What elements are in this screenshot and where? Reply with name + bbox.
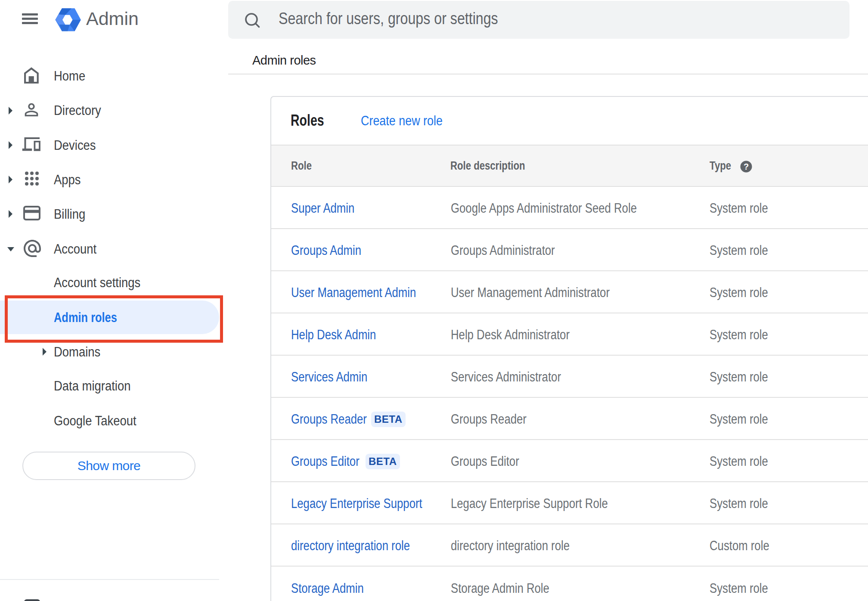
- svg-text:?: ?: [744, 162, 749, 171]
